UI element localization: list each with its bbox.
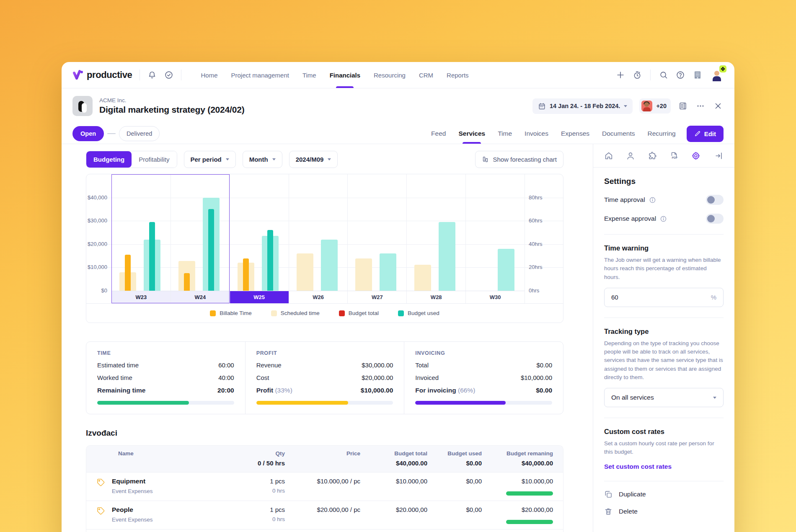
overlay-clover-badge-icon bbox=[719, 65, 726, 72]
nav-item-financials[interactable]: Financials bbox=[330, 62, 360, 88]
status-badge-delivered[interactable]: Delivered bbox=[119, 126, 160, 141]
chart-column-w26[interactable] bbox=[289, 174, 348, 291]
tag-icon bbox=[96, 478, 105, 487]
date-range-picker[interactable]: 14 Jan 24. - 18 Feb 2024. bbox=[532, 98, 633, 114]
row-label: Worked time bbox=[97, 374, 132, 381]
week-label-w24[interactable]: W24 bbox=[171, 291, 230, 303]
week-label-w25[interactable]: W25 bbox=[230, 291, 289, 303]
row-value: $0.00 bbox=[536, 362, 552, 369]
help-icon[interactable] bbox=[676, 70, 685, 80]
chart-column-w24[interactable] bbox=[171, 174, 230, 291]
col-total-qty: 0 / 50 hrs bbox=[239, 460, 285, 467]
chart-column-w30[interactable] bbox=[465, 174, 525, 291]
timer-stopwatch-icon[interactable] bbox=[633, 70, 642, 80]
approvals-check-icon[interactable] bbox=[164, 70, 173, 80]
add-plus-icon[interactable] bbox=[616, 70, 625, 80]
table-row[interactable]: PeopleEvent Expenses 1 pcs0 hrs $20.000,… bbox=[86, 501, 563, 529]
view-toggle-budgeting[interactable]: Budgeting bbox=[86, 151, 132, 168]
collapse-panel-icon[interactable] bbox=[714, 151, 724, 160]
chart-week-band[interactable]: W23W24W25W26W27W28W30 bbox=[111, 291, 525, 303]
status-badge-open[interactable]: Open bbox=[72, 126, 104, 141]
week-label-w27[interactable]: W27 bbox=[347, 291, 406, 303]
chart-column-w25[interactable] bbox=[230, 174, 289, 291]
close-icon[interactable] bbox=[713, 101, 724, 111]
week-label-w23[interactable]: W23 bbox=[111, 291, 171, 303]
y-axis-left-tick: $0 bbox=[86, 287, 107, 294]
card-caption: INVOICING bbox=[415, 350, 552, 356]
time-approval-toggle[interactable] bbox=[706, 195, 724, 205]
tab-recurring[interactable]: Recurring bbox=[647, 124, 675, 144]
divider bbox=[604, 481, 724, 481]
view-toggle-profitability[interactable]: Profitability bbox=[132, 151, 176, 168]
row-value: $30,000.00 bbox=[362, 362, 393, 369]
brand-logo[interactable]: productive bbox=[72, 70, 132, 80]
chevron-down-icon bbox=[624, 105, 627, 107]
nav-item-resourcing[interactable]: Resourcing bbox=[374, 62, 406, 88]
nav-item-reports[interactable]: Reports bbox=[447, 62, 469, 88]
expense-approval-toggle[interactable] bbox=[706, 214, 724, 224]
tab-services[interactable]: Services bbox=[458, 124, 485, 144]
service-name: People bbox=[112, 506, 153, 514]
service-price: $20.000,00 / pc bbox=[285, 506, 360, 513]
organization-building-icon[interactable] bbox=[693, 70, 703, 80]
brand-name: productive bbox=[87, 70, 132, 80]
tracking-type-select[interactable]: On all services bbox=[604, 388, 724, 407]
period-scope-select[interactable]: Per period bbox=[184, 151, 236, 168]
week-label-w26[interactable]: W26 bbox=[289, 291, 348, 303]
time-warning-input[interactable]: 60 % bbox=[604, 288, 724, 307]
tab-documents[interactable]: Documents bbox=[602, 124, 635, 144]
bar-budget-used bbox=[267, 230, 273, 291]
table-row[interactable]: EquipmentEvent Expenses 1 pcs0 hrs $10.0… bbox=[86, 472, 563, 501]
delete-action[interactable]: Delete bbox=[604, 507, 724, 516]
granularity-select[interactable]: Month bbox=[243, 151, 282, 168]
chart-plot[interactable] bbox=[111, 174, 525, 291]
service-budget-total: $10.000,00 bbox=[360, 478, 427, 485]
set-custom-cost-rates-link[interactable]: Set custom cost rates bbox=[604, 463, 724, 470]
main-nav: Home Project management Time Financials … bbox=[201, 62, 468, 88]
chart-column-w28[interactable] bbox=[406, 174, 465, 291]
period-select[interactable]: 2024/M09 bbox=[289, 151, 338, 168]
info-icon[interactable] bbox=[660, 215, 667, 222]
nav-item-home[interactable]: Home bbox=[201, 62, 217, 88]
notifications-bell-icon[interactable] bbox=[147, 70, 157, 80]
time-warning-description: The Job owner will get a warning when bi… bbox=[604, 256, 724, 281]
chart-column-w23[interactable] bbox=[111, 174, 171, 291]
person-icon[interactable] bbox=[626, 151, 635, 160]
custom-cost-rates-title: Custom cost rates bbox=[604, 428, 724, 436]
row-label: For invoicing bbox=[415, 387, 456, 394]
row-value: 20:00 bbox=[217, 387, 234, 394]
edit-button[interactable]: Edit bbox=[687, 126, 724, 142]
toggle-label: Time approval bbox=[604, 196, 645, 204]
tab-invoices[interactable]: Invoices bbox=[525, 124, 548, 144]
service-budget-used: $0,00 bbox=[427, 506, 482, 513]
nav-item-time[interactable]: Time bbox=[302, 62, 316, 88]
show-forecasting-chart-button[interactable]: Show forecasting chart bbox=[475, 151, 563, 168]
duplicate-action[interactable]: Duplicate bbox=[604, 490, 724, 498]
chart-column-w27[interactable] bbox=[347, 174, 406, 291]
info-icon[interactable] bbox=[649, 196, 656, 204]
svg-text:PDF: PDF bbox=[672, 156, 678, 159]
tracking-type-title: Tracking type bbox=[604, 328, 724, 336]
pdf-document-icon[interactable]: PDF bbox=[669, 151, 679, 160]
nav-item-crm[interactable]: CRM bbox=[419, 62, 433, 88]
tab-feed[interactable]: Feed bbox=[431, 124, 446, 144]
tag-icon bbox=[96, 506, 105, 515]
agenda-list-icon[interactable] bbox=[677, 101, 688, 111]
week-label-w30[interactable]: W30 bbox=[465, 291, 525, 303]
custom-cost-rates-description: Set a custom hourly cost rate per person… bbox=[604, 439, 724, 457]
home-icon[interactable] bbox=[604, 151, 613, 160]
legend-item-budget-total: Budget total bbox=[339, 310, 379, 316]
user-avatar[interactable] bbox=[710, 68, 724, 82]
more-options-icon[interactable] bbox=[695, 101, 706, 111]
bar-billable-time bbox=[184, 273, 190, 291]
week-label-w28[interactable]: W28 bbox=[406, 291, 465, 303]
tab-time[interactable]: Time bbox=[498, 124, 512, 144]
tab-expenses[interactable]: Expenses bbox=[561, 124, 589, 144]
card-caption: TIME bbox=[97, 350, 234, 356]
puzzle-integrations-icon[interactable] bbox=[648, 151, 657, 160]
row-label: Remaining time bbox=[97, 387, 145, 394]
gear-settings-icon[interactable] bbox=[691, 151, 700, 160]
members-button[interactable]: +20 bbox=[639, 98, 671, 114]
search-icon[interactable] bbox=[659, 70, 668, 80]
nav-item-project-management[interactable]: Project management bbox=[231, 62, 289, 88]
